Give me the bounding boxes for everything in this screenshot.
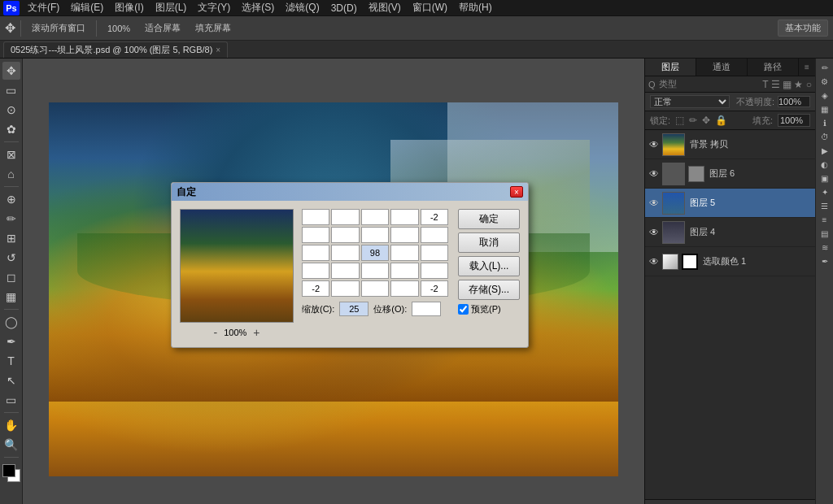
kernel-1-3[interactable] [390, 227, 418, 243]
pen-tool[interactable]: ✒ [2, 332, 20, 350]
menu-file[interactable]: 文件(F) [23, 0, 64, 15]
menu-text[interactable]: 文字(Y) [193, 0, 235, 15]
panel-menu-btn[interactable]: ≡ [799, 59, 815, 76]
path-select-tool[interactable]: ↖ [2, 371, 20, 389]
zoom-level-btn[interactable]: 100% [102, 21, 136, 36]
quick-select-tool[interactable]: ✿ [2, 120, 20, 138]
right-styles-icon[interactable]: ✦ [818, 186, 832, 198]
layer-item-adj[interactable]: 👁 选取颜色 1 [645, 247, 815, 276]
scale-input[interactable] [339, 302, 369, 316]
move-tool[interactable]: ✥ [2, 62, 20, 80]
lock-transparent-icon[interactable]: ⬚ [675, 115, 684, 126]
crop-tool[interactable]: ⊠ [2, 146, 20, 163]
offset-input[interactable] [412, 302, 441, 316]
kernel-2-2[interactable] [361, 245, 389, 261]
dialog-close-btn[interactable]: × [510, 186, 523, 198]
kernel-0-0[interactable] [302, 209, 329, 225]
dodge-tool[interactable]: ◯ [2, 313, 20, 331]
layer-visibility-4[interactable]: 👁 [648, 227, 660, 238]
hand-tool[interactable]: ✋ [2, 416, 20, 434]
scroll-all-windows-btn[interactable]: 滚动所有窗口 [26, 20, 91, 37]
kernel-4-1[interactable] [331, 280, 359, 297]
stamp-tool[interactable]: ⊞ [2, 229, 20, 247]
kernel-2-1[interactable] [331, 245, 359, 261]
zoom-in-btn[interactable]: + [253, 326, 259, 339]
right-layers-icon[interactable]: ▤ [818, 228, 832, 240]
menu-3d[interactable]: 3D(D) [326, 0, 362, 15]
layer-visibility-6[interactable]: 👁 [648, 168, 660, 180]
kernel-4-2[interactable] [361, 280, 389, 297]
preview-checkbox[interactable] [458, 304, 469, 315]
lock-move-icon[interactable]: ✥ [702, 115, 710, 126]
menu-image[interactable]: 图像(I) [110, 0, 148, 15]
kernel-3-2[interactable] [361, 263, 389, 279]
blend-mode-select[interactable]: 正常 [650, 95, 730, 108]
menu-edit[interactable]: 编辑(E) [66, 0, 108, 15]
kernel-3-0[interactable] [302, 263, 329, 279]
marquee-tool[interactable]: ▭ [2, 81, 20, 99]
kernel-4-4[interactable] [421, 280, 448, 297]
lock-brush-icon[interactable]: ✏ [689, 115, 697, 126]
move-tool-icon[interactable]: ✥ [5, 20, 15, 36]
kernel-2-4[interactable] [421, 245, 448, 261]
right-paths-icon[interactable]: ✒ [818, 255, 832, 267]
layer-item-bg-copy[interactable]: 👁 背景 拷贝 [645, 130, 815, 159]
right-history-icon[interactable]: ⏱ [818, 131, 832, 143]
menu-window[interactable]: 窗口(W) [408, 0, 452, 15]
ok-btn[interactable]: 确定 [458, 209, 520, 229]
kernel-4-3[interactable] [390, 280, 418, 297]
kernel-1-4[interactable] [421, 227, 448, 243]
layer-visibility-adj[interactable]: 👁 [648, 256, 660, 267]
opacity-input[interactable] [778, 96, 810, 107]
history-brush-tool[interactable]: ↺ [2, 249, 20, 267]
layer-visibility-bg-copy[interactable]: 👁 [648, 139, 660, 150]
fill-input[interactable] [778, 114, 810, 127]
tab-layers[interactable]: 图层 [645, 59, 696, 76]
custom-filter-dialog[interactable]: 自定 × - 100% + [171, 182, 529, 348]
kernel-3-1[interactable] [331, 263, 359, 279]
layer-item-4[interactable]: 👁 图层 4 [645, 218, 815, 247]
spot-heal-tool[interactable]: ⊕ [2, 190, 20, 208]
save-btn[interactable]: 存储(S)... [458, 280, 520, 300]
kernel-1-1[interactable] [331, 227, 359, 243]
kernel-0-1[interactable] [331, 209, 359, 225]
eraser-tool[interactable]: ◻ [2, 268, 20, 286]
layer-item-6[interactable]: 👁 图层 6 [645, 159, 815, 189]
kernel-4-0[interactable] [302, 280, 329, 297]
kernel-3-3[interactable] [390, 263, 418, 279]
layer-visibility-5[interactable]: 👁 [648, 198, 660, 209]
kernel-2-3[interactable] [390, 245, 418, 261]
color-swatch[interactable] [2, 464, 20, 482]
right-swatches-icon[interactable]: ▣ [818, 172, 832, 185]
workspace-btn[interactable]: 基本功能 [778, 20, 828, 37]
tab-paths[interactable]: 路径 [748, 59, 799, 76]
gradient-tool[interactable]: ▦ [2, 288, 20, 306]
right-channels-icon[interactable]: ≋ [818, 241, 832, 254]
menu-help[interactable]: 帮助(H) [454, 0, 497, 15]
lock-all-icon[interactable]: 🔒 [715, 115, 727, 126]
menu-filter[interactable]: 滤镜(Q) [281, 0, 324, 15]
right-info-icon[interactable]: ℹ [818, 117, 832, 129]
right-adjustments-icon[interactable]: ☰ [818, 200, 832, 212]
menu-select[interactable]: 选择(S) [237, 0, 279, 15]
tab-channels[interactable]: 通道 [696, 59, 748, 76]
zoom-tool[interactable]: 🔍 [2, 436, 20, 454]
eyedropper-tool[interactable]: ⌂ [2, 165, 20, 183]
kernel-0-3[interactable] [390, 209, 418, 225]
layer-item-5[interactable]: 👁 图层 5 [645, 189, 815, 218]
brush-tool[interactable]: ✏ [2, 210, 20, 228]
shape-tool[interactable]: ▭ [2, 391, 20, 409]
zoom-out-btn[interactable]: - [214, 326, 218, 339]
cancel-btn[interactable]: 取消 [458, 232, 520, 253]
right-navigator-icon[interactable]: ◈ [818, 89, 832, 102]
kernel-2-0[interactable] [302, 245, 329, 261]
lasso-tool[interactable]: ⊙ [2, 101, 20, 119]
right-pencil-icon[interactable]: ✏ [818, 62, 832, 74]
fill-screen-btn[interactable]: 填充屏幕 [190, 20, 237, 37]
right-brush-settings-icon[interactable]: ⚙ [818, 76, 832, 88]
right-color-icon[interactable]: ◐ [818, 159, 832, 171]
menu-layer[interactable]: 图层(L) [150, 0, 192, 15]
right-actions-icon[interactable]: ▶ [818, 145, 832, 157]
kernel-1-0[interactable] [302, 227, 329, 243]
document-tab[interactable]: 0525练习---坝上风景.psd @ 100% (图层 5, RGB/8) × [3, 41, 228, 58]
